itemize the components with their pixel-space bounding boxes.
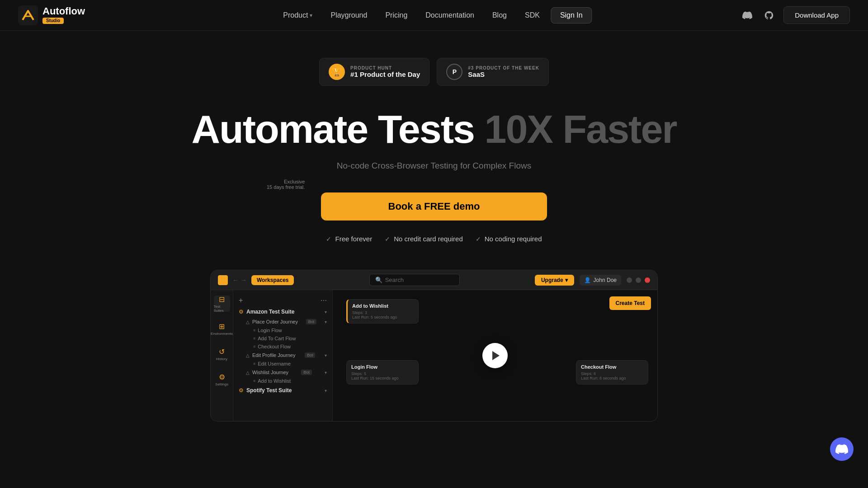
environments-label: Environments xyxy=(211,332,233,336)
product-hunt-icon: 🏆 xyxy=(329,64,345,80)
journey-icon-wishlist: △ xyxy=(246,370,250,375)
sidebar-icon-history[interactable]: ↺ History xyxy=(214,346,230,362)
user-chip[interactable]: 👤 John Doe xyxy=(580,275,621,286)
nav-item-pricing[interactable]: Pricing xyxy=(378,8,415,23)
discord-nav-icon[interactable] xyxy=(740,8,755,23)
back-arrow-icon[interactable]: ← xyxy=(232,277,239,284)
app-tb-left: ← → Workspaces xyxy=(218,275,294,285)
trust-item-3: ✓ No coding required xyxy=(476,235,542,243)
exclusive-bubble: Exclusive 15 days free trial. xyxy=(267,179,305,190)
search-placeholder: Search xyxy=(385,277,404,283)
flow-label-login: Login Flow xyxy=(258,328,282,333)
logo-text: Autoflow Studio xyxy=(42,6,85,24)
test-suites-icon: ⊟ xyxy=(219,295,225,304)
suite-amazon[interactable]: ⚙ Amazon Test Suite ▾ xyxy=(233,306,332,317)
badge2-main: SaaS xyxy=(468,70,539,78)
flow-edit-username[interactable]: ≡ Edit Username xyxy=(233,360,332,368)
flow-add-to-cart[interactable]: ≡ Add To Cart Flow xyxy=(233,334,332,343)
create-test-button[interactable]: Create Test xyxy=(609,296,651,310)
close-button[interactable] xyxy=(645,277,650,283)
flow-label-add-to-cart: Add To Cart Flow xyxy=(258,336,296,341)
cta-button[interactable]: Book a FREE demo xyxy=(321,192,547,221)
workspace-tag[interactable]: Workspaces xyxy=(251,275,294,285)
nav-item-documentation[interactable]: Documentation xyxy=(418,8,481,23)
download-app-button[interactable]: Download App xyxy=(783,6,850,24)
node-meta-login: Steps: 5Last Run: 15 seconds ago xyxy=(351,371,414,380)
product-week-icon: P xyxy=(446,64,462,80)
nav-item-playground[interactable]: Playground xyxy=(323,8,374,23)
flow-icon-checkout: ≡ xyxy=(253,344,255,349)
journey-label-wishlist: Wishlist Journey xyxy=(252,370,288,375)
upgrade-button[interactable]: Upgrade ▾ xyxy=(535,275,574,286)
journey-label-place-order: Place Order Journey xyxy=(252,319,298,324)
app-search-bar[interactable]: 🔍 Search xyxy=(369,274,460,286)
suite-chevron-amazon: ▾ xyxy=(325,310,327,314)
trust-label-3: No coding required xyxy=(485,235,542,243)
journey-wishlist[interactable]: △ Wishlist Journey Bot ▾ xyxy=(233,368,332,377)
app-preview: ← → Workspaces 🔍 Search Upgrade ▾ 👤 John… xyxy=(210,270,658,422)
settings-label: Settings xyxy=(215,382,228,386)
suite-name-spotify: Spotify Test Suite xyxy=(246,387,292,394)
trust-label-1: Free forever xyxy=(335,235,372,243)
flow-node-checkout[interactable]: Checkout Flow Steps: 6Last Run: 8 second… xyxy=(576,360,648,385)
suite-spotify[interactable]: ⚙ Spotify Test Suite ▾ xyxy=(233,385,332,396)
badge2-text: #3 PRODUCT OF THE WEEK SaaS xyxy=(468,66,539,78)
journey-label-edit-profile: Edit Profile Journey xyxy=(252,352,295,358)
tree-add-button[interactable]: + xyxy=(239,296,243,305)
trust-row: ✓ Free forever ✓ No credit card required… xyxy=(326,235,542,243)
flow-login[interactable]: ≡ Login Flow xyxy=(233,326,332,334)
logo-badge: Studio xyxy=(42,18,64,24)
badge1-main: #1 Product of the Day xyxy=(350,70,420,78)
node-title-login: Login Flow xyxy=(351,364,414,370)
flow-label-add-to-wishlist: Add to Wishlist xyxy=(258,378,291,384)
journey-chevron-place-order: ▾ xyxy=(325,319,327,324)
upgrade-label: Upgrade xyxy=(541,277,563,283)
flow-node-login[interactable]: Login Flow Steps: 5Last Run: 15 seconds … xyxy=(346,360,419,385)
logo-name: Autoflow xyxy=(42,6,85,16)
check-icon-3: ✓ xyxy=(476,235,481,243)
tree-more-button[interactable]: ⋯ xyxy=(321,297,327,304)
flow-node-wishlist[interactable]: Add to Wishlist Steps: 3Last Run: 5 seco… xyxy=(346,299,419,324)
history-icon: ↺ xyxy=(219,347,225,356)
badge2-label: #3 PRODUCT OF THE WEEK xyxy=(468,66,539,70)
maximize-button[interactable] xyxy=(636,277,641,283)
flow-add-to-wishlist[interactable]: ≡ Add to Wishlist xyxy=(233,377,332,385)
journey-chevron-wishlist: ▾ xyxy=(325,370,327,375)
flow-icon-edit-username: ≡ xyxy=(253,361,255,366)
autoflow-logo-icon xyxy=(18,5,38,25)
journey-icon-place-order: △ xyxy=(246,319,250,324)
journey-icon-edit-profile: △ xyxy=(246,353,250,358)
node-meta-checkout: Steps: 6Last Run: 8 seconds ago xyxy=(581,371,643,380)
github-nav-icon[interactable] xyxy=(762,8,776,23)
node-title-checkout: Checkout Flow xyxy=(581,364,643,370)
window-controls xyxy=(627,277,650,283)
product-hunt-badge: 🏆 PRODUCT HUNT #1 Product of the Day xyxy=(319,58,429,86)
forward-arrow-icon[interactable]: → xyxy=(241,277,247,284)
journey-edit-profile[interactable]: △ Edit Profile Journey Bot ▾ xyxy=(233,351,332,360)
sidebar-tree: + ⋯ ⚙ Amazon Test Suite ▾ △ Place Order … xyxy=(233,290,333,421)
minimize-button[interactable] xyxy=(627,277,632,283)
flow-checkout[interactable]: ≡ Checkout Flow xyxy=(233,343,332,351)
app-titlebar: ← → Workspaces 🔍 Search Upgrade ▾ 👤 John… xyxy=(211,270,657,290)
suite-name-amazon: Amazon Test Suite xyxy=(246,309,294,315)
nav-item-sdk[interactable]: SDK xyxy=(518,8,547,23)
headline-part1: Automate Tests xyxy=(191,107,484,151)
nav-item-blog[interactable]: Blog xyxy=(485,8,514,23)
sidebar-icon-settings[interactable]: ⚙ Settings xyxy=(214,371,230,388)
settings-icon: ⚙ xyxy=(219,373,225,381)
journey-badge-wishlist: Bot xyxy=(301,370,312,375)
search-icon: 🔍 xyxy=(375,277,382,283)
play-button[interactable] xyxy=(482,343,508,368)
user-avatar-icon: 👤 xyxy=(584,277,591,283)
journey-badge-edit-profile: Bot xyxy=(305,352,316,358)
history-label: History xyxy=(216,357,227,361)
sidebar-icon-test-suites[interactable]: ⊟ Test Suites xyxy=(214,296,230,312)
sidebar-icon-environments[interactable]: ⊞ Environments xyxy=(214,321,230,337)
app-body: ⊟ Test Suites ⊞ Environments ↺ History ⚙… xyxy=(211,290,657,421)
hero-subline: No-code Cross-Browser Testing for Comple… xyxy=(337,161,531,171)
discord-float-button[interactable] xyxy=(830,437,854,461)
journey-place-order[interactable]: △ Place Order Journey Bot ▾ xyxy=(233,317,332,326)
nav-item-product[interactable]: Product xyxy=(276,8,320,23)
signin-button[interactable]: Sign In xyxy=(551,7,592,23)
badges-row: 🏆 PRODUCT HUNT #1 Product of the Day P #… xyxy=(319,58,549,86)
